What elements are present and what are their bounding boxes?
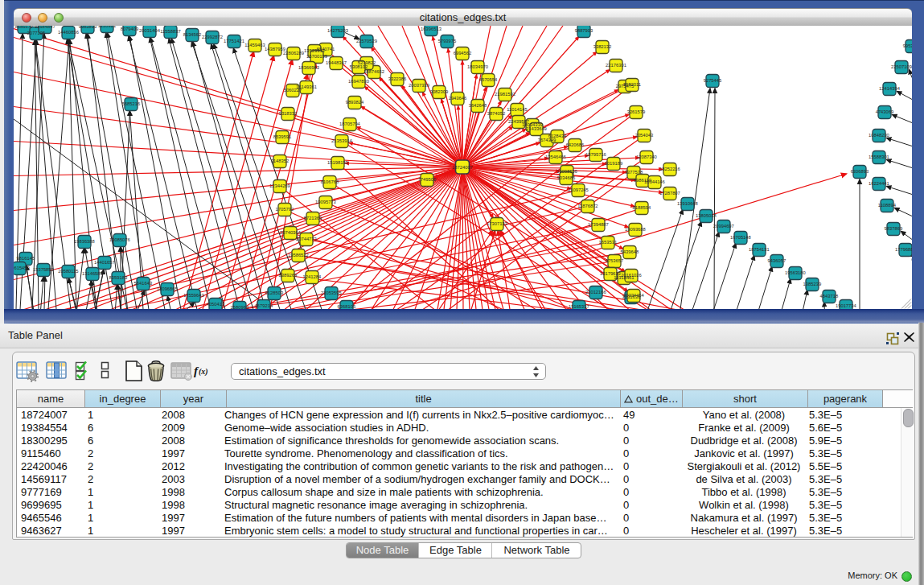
svg-text:18724007: 18724007 <box>452 165 473 170</box>
svg-text:8682011: 8682011 <box>623 82 641 87</box>
svg-text:1653531: 1653531 <box>599 240 618 245</box>
svg-text:5685216: 5685216 <box>122 101 141 106</box>
svg-text:5060227: 5060227 <box>284 88 302 93</box>
svg-text:13529912: 13529912 <box>304 48 325 53</box>
svg-text:15375853: 15375853 <box>33 267 54 272</box>
svg-text:14460856: 14460856 <box>58 30 79 35</box>
svg-text:20031404: 20031404 <box>139 28 161 33</box>
svg-text:9034686: 9034686 <box>557 175 576 180</box>
svg-text:15700199: 15700199 <box>306 54 327 59</box>
svg-text:1108894: 1108894 <box>878 203 897 208</box>
svg-text:9275445: 9275445 <box>704 78 722 83</box>
svg-text:18705794: 18705794 <box>339 122 361 126</box>
svg-text:6128434: 6128434 <box>548 134 567 138</box>
svg-text:3382132: 3382132 <box>593 44 612 49</box>
svg-text:8188594: 8188594 <box>633 205 651 210</box>
svg-text:8685577: 8685577 <box>15 26 34 29</box>
svg-text:19093688: 19093688 <box>625 227 646 232</box>
svg-text:2077105: 2077105 <box>27 31 46 35</box>
svg-text:14387959: 14387959 <box>265 47 285 51</box>
svg-text:20740364: 20740364 <box>280 230 302 235</box>
svg-text:8079409: 8079409 <box>121 27 139 31</box>
svg-text:2054043: 2054043 <box>635 133 654 138</box>
svg-text:19836388: 19836388 <box>74 239 95 244</box>
svg-text:14401657: 14401657 <box>94 260 115 265</box>
svg-text:12414394: 12414394 <box>879 86 901 91</box>
svg-text:14275203: 14275203 <box>327 28 348 33</box>
svg-text:18034970: 18034970 <box>467 64 488 69</box>
svg-text:20744773: 20744773 <box>296 237 317 241</box>
svg-text:3220921: 3220921 <box>98 26 117 28</box>
svg-text:11558837: 11558837 <box>160 29 180 34</box>
svg-text:22507109: 22507109 <box>891 64 912 69</box>
svg-text:10344146: 10344146 <box>644 179 665 184</box>
svg-text:5793975: 5793975 <box>438 39 457 43</box>
svg-text:8721369: 8721369 <box>304 216 322 220</box>
svg-text:16947830: 16947830 <box>348 79 369 84</box>
svg-text:4753657: 4753657 <box>606 258 624 263</box>
svg-text:13146585: 13146585 <box>82 271 103 276</box>
svg-text:9893824: 9893824 <box>346 100 364 105</box>
svg-text:3642648: 3642648 <box>469 103 487 108</box>
svg-text:19563180: 19563180 <box>785 270 806 275</box>
svg-text:21012166: 21012166 <box>585 290 606 295</box>
svg-text:20994697: 20994697 <box>713 224 734 229</box>
svg-text:6128503: 6128503 <box>265 290 284 295</box>
svg-text:13805018: 13805018 <box>696 213 717 218</box>
svg-text:4743069: 4743069 <box>876 109 894 114</box>
svg-text:9887903: 9887903 <box>575 28 593 33</box>
svg-text:9082309: 9082309 <box>430 89 449 94</box>
svg-text:1241284: 1241284 <box>303 274 322 279</box>
svg-text:20334454: 20334454 <box>623 293 645 298</box>
svg-text:8359183: 8359183 <box>109 275 128 280</box>
svg-text:16224441: 16224441 <box>869 181 889 186</box>
svg-text:20161026: 20161026 <box>621 273 642 278</box>
svg-text:18795716: 18795716 <box>585 152 606 157</box>
svg-text:11459463: 11459463 <box>244 43 265 47</box>
svg-text:9318332: 9318332 <box>279 111 298 116</box>
svg-text:19098556: 19098556 <box>556 169 577 174</box>
svg-text:9983893: 9983893 <box>79 26 97 29</box>
svg-text:18252216: 18252216 <box>659 167 680 171</box>
svg-text:6306893: 6306893 <box>851 169 869 174</box>
svg-text:8106768: 8106768 <box>321 179 339 184</box>
svg-text:21353914: 21353914 <box>331 138 353 143</box>
svg-text:12344269: 12344269 <box>269 183 290 188</box>
svg-text:19095773: 19095773 <box>315 200 336 204</box>
svg-text:1019189: 1019189 <box>605 161 623 166</box>
svg-text:9816145: 9816145 <box>17 256 35 261</box>
svg-text:3322386: 3322386 <box>388 76 407 81</box>
svg-text:3148352: 3148352 <box>271 159 290 163</box>
svg-text:3377578: 3377578 <box>625 170 643 175</box>
svg-text:18366963: 18366963 <box>298 65 319 70</box>
svg-text:16705148: 16705148 <box>730 235 751 240</box>
svg-text:2580963: 2580963 <box>231 305 249 309</box>
svg-text:19017734: 19017734 <box>836 303 857 308</box>
svg-text:20037339: 20037339 <box>409 83 429 88</box>
svg-text:1385239: 1385239 <box>803 282 822 286</box>
svg-text:3874052: 3874052 <box>487 111 506 116</box>
svg-text:15588301: 15588301 <box>869 154 889 159</box>
svg-text:8389269: 8389269 <box>279 273 298 278</box>
svg-text:4679214: 4679214 <box>255 303 273 308</box>
svg-text:17287807: 17287807 <box>659 191 680 196</box>
svg-text:11014145: 11014145 <box>507 107 527 112</box>
svg-text:2943646: 2943646 <box>449 96 467 101</box>
svg-text:17559643: 17559643 <box>183 293 204 298</box>
svg-text:22570529: 22570529 <box>356 39 377 43</box>
svg-text:20615450: 20615450 <box>14 266 30 270</box>
svg-text:6420686: 6420686 <box>566 142 585 147</box>
svg-text:7749509: 7749509 <box>418 177 437 182</box>
svg-text:1705792: 1705792 <box>276 207 294 212</box>
svg-text:20580115: 20580115 <box>58 269 78 274</box>
svg-text:5308102: 5308102 <box>350 64 368 69</box>
svg-text:9837869: 9837869 <box>885 226 903 231</box>
svg-text:19448347: 19448347 <box>326 60 347 65</box>
svg-text:5641643: 5641643 <box>134 281 153 286</box>
svg-text:10848230: 10848230 <box>869 133 889 138</box>
svg-text:17394887: 17394887 <box>588 222 609 227</box>
svg-text:12087340: 12087340 <box>636 154 657 159</box>
svg-text:21981592: 21981592 <box>495 92 515 97</box>
svg-text:18874652: 18874652 <box>363 69 384 74</box>
svg-text:16396513: 16396513 <box>421 27 441 31</box>
